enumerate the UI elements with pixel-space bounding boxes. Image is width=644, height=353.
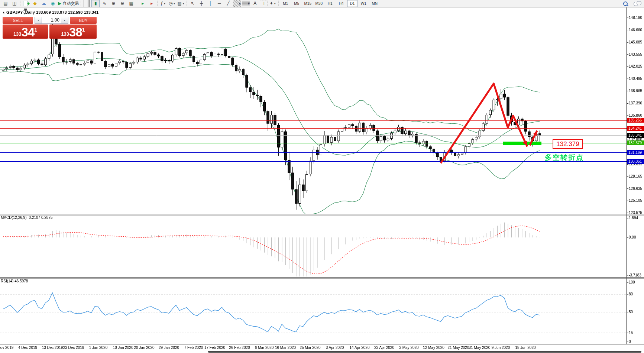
cursor-icon[interactable]: ↖ [188,0,197,7]
y-axis-tick-label: 148.190 [629,16,642,20]
chart-shift-icon[interactable]: ▸ [148,0,156,7]
signals-icon[interactable]: ◉ [49,0,57,7]
toolbar: ▤◫新订单◆☁◉▶自动交易▮∿⊕⊖▦▸▸ƒ▼◷▼▨▼↖┼│─╱EFAT✦▼ M1… [0,0,644,7]
one-click-trading-panel: SELL ▼ 1.00 ▲ BUY 133 34 1 133 38 1 [3,17,97,39]
indicators-icon-dropdown[interactable]: ▼ [164,0,166,7]
auto-scroll-icon[interactable]: ▸ [139,0,147,7]
chart-window-icon[interactable]: ▤ [1,0,10,7]
rsi-indicator-label: RSI(14) 46.5978 [1,279,28,283]
fibonacci-icon[interactable]: F [242,0,250,7]
indicators-icon[interactable]: ƒ▼ [159,0,167,7]
date-axis-label: 18 Jun 2020 [515,346,535,350]
date-axis-label: 29 Jan 2020 [159,346,179,350]
price-badge: 135.266 [627,118,644,123]
date-axis-label: 21 May 2020 [448,346,469,350]
periods-icon[interactable]: ◷▼ [168,0,176,7]
metaeditor-icon[interactable]: ◆ [31,0,39,7]
date-axis-label: 3 Apr 2020 [326,346,344,350]
macd-axis-tick-label: -3.7183 [629,273,641,277]
toolbar-group: 新订单◆☁◉▶自动交易 [20,0,81,7]
autotrading-button[interactable]: ▶自动交易 [58,0,79,7]
price-annotation-box[interactable]: 132.379 [553,139,583,149]
timeframe-group: M1M5M15M30H1H4D1W1MN [278,0,381,7]
timeframe-m30[interactable]: M30 [314,0,324,7]
rsi-axis-tick-label: 50 [629,310,633,314]
y-axis-tick-label: 126.635 [629,187,642,191]
timeframe-m15[interactable]: M15 [302,0,313,7]
date-axis-label: 3 May 2020 [399,346,418,350]
arrows-icon-dropdown[interactable]: ▼ [274,0,276,7]
y-axis-tick-label: 125.105 [629,198,642,203]
timeframe-m5[interactable]: M5 [291,0,302,7]
date-axis-label: 6 Mar 2020 [255,346,274,350]
timeframe-d1[interactable]: D1 [347,0,357,7]
sell-button[interactable]: SELL [3,17,33,24]
zoom-out-icon[interactable]: ⊖ [118,0,126,7]
buy-price-prefix: 133 [61,31,69,37]
timeframe-h1[interactable]: H1 [325,0,335,7]
vertical-line-icon[interactable]: │ [206,0,214,7]
templates-icon[interactable]: ▨▼ [177,0,185,7]
timeframe-h4[interactable]: H4 [336,0,346,7]
price-badge: 130.051 [627,159,644,164]
text-icon[interactable]: A [251,0,259,7]
toolbar-group: ▸▸ [137,0,157,7]
y-axis-tick-label: 128.165 [629,174,642,178]
timeframe-w1[interactable]: W1 [358,0,369,7]
sell-price-button[interactable]: 133 34 1 [3,25,48,39]
tile-windows-icon[interactable]: ▦ [127,0,135,7]
date-axis-label: 26 Feb 2020 [229,346,250,350]
search-icon[interactable] [622,1,628,7]
periods-icon-dropdown[interactable]: ▼ [173,0,176,7]
new-order-button[interactable]: 新订单 [22,0,30,7]
y-axis-tick-label: 143.555 [629,52,642,56]
date-axis-label: 12 May 2020 [423,346,444,350]
timeframe-m1[interactable]: M1 [280,0,291,7]
sell-price-prefix: 133 [13,31,22,37]
y-axis-tick-label: 146.660 [629,28,642,32]
trendline-icon[interactable]: ╱ [224,0,232,7]
date-axis-label: 10 Jan 2020 [113,346,133,350]
date-axis-label: 1 Jan 2020 [89,346,108,350]
rsi-axis-tick-label: 100 [629,280,635,284]
buy-button[interactable]: BUY [70,17,97,24]
volume-input[interactable]: 1.00 [42,17,61,24]
macd-indicator-label: MACD(12,26,9) -0.2107 0.2875 [1,216,53,220]
templates-icon-dropdown[interactable]: ▼ [182,0,185,7]
text-label-icon[interactable]: T [260,0,268,7]
price-chart-canvas[interactable] [0,0,644,353]
toolbar-group: ↖┼│─╱EFAT✦▼ [187,0,278,7]
profile-chart-icon[interactable]: ◫ [10,0,19,7]
mt4-terminal: ▤◫新订单◆☁◉▶自动交易▮∿⊕⊖▦▸▸ƒ▼◷▼▨▼↖┼│─╱EFAT✦▼ M1… [0,0,644,353]
equidistant-channel-icon[interactable]: E [233,0,241,7]
timeframe-mn[interactable]: MN [369,0,380,7]
chat-icon[interactable] [634,1,641,6]
collapse-triangle-icon[interactable]: ▲ [2,11,5,14]
y-axis-tick-label: 140.495 [629,77,642,81]
toolbar-group: ƒ▼◷▼▨▼ [157,0,187,7]
arrows-icon[interactable]: ✦▼ [269,0,277,7]
date-axis-label: 23 Apr 2020 [374,346,394,350]
date-axis-label: 9 Jun 2020 [492,346,510,350]
volume-up-button[interactable]: ▲ [61,17,68,24]
rsi-axis-tick-label: 80 [629,292,633,296]
date-axis-label: 7 Feb 2020 [184,346,203,350]
buy-price-button[interactable]: 133 38 1 [49,25,97,39]
volume-down-button[interactable]: ▼ [35,17,42,24]
sell-price-sup: 1 [34,27,37,33]
candlestick-chart-icon[interactable]: ▮ [91,0,100,7]
community-icon[interactable]: ☁ [40,0,48,7]
zoom-in-icon[interactable]: ⊕ [109,0,117,7]
horizontal-line-icon[interactable]: ─ [215,0,223,7]
price-badge: 132.379 [627,140,644,145]
toolbar-right [622,1,644,7]
price-badge: 134.241 [627,126,644,131]
toolbar-groups: ▤◫新订单◆☁◉▶自动交易▮∿⊕⊖▦▸▸ƒ▼◷▼▨▼↖┼│─╱EFAT✦▼ [0,0,278,7]
y-axis-tick-label: 138.965 [629,89,642,93]
horizontal-scrollbar[interactable] [208,351,641,353]
date-axis-label: 25 Mar 2020 [300,346,320,350]
crosshair-icon[interactable]: ┼ [197,0,206,7]
bar-chart-icon[interactable] [82,0,91,7]
line-chart-icon[interactable]: ∿ [100,0,109,7]
sell-price-big: 34 [22,27,35,38]
